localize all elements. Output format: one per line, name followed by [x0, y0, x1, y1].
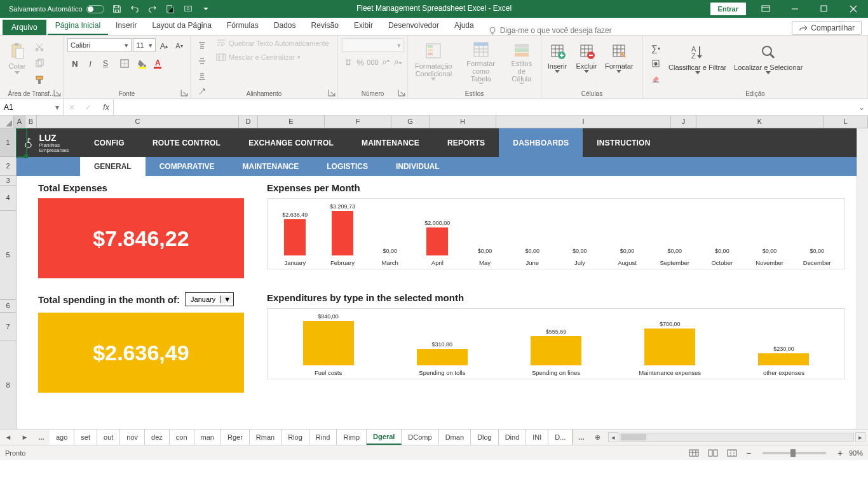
sheet-tab[interactable]: out: [97, 430, 120, 445]
sheet-tab[interactable]: set: [74, 430, 97, 445]
tab-help[interactable]: Ajuda: [447, 17, 482, 35]
delete-cells-button[interactable]: Excluir: [572, 38, 601, 86]
zoom-out-icon[interactable]: −: [743, 448, 754, 458]
nav-item[interactable]: REPORTS: [433, 128, 499, 157]
bold-icon[interactable]: N: [67, 56, 83, 71]
borders-icon[interactable]: [117, 56, 132, 71]
sheet-nav-more-icon[interactable]: ...: [33, 430, 50, 445]
tab-formulas[interactable]: Fórmulas: [219, 17, 266, 35]
accounting-icon[interactable]: [342, 55, 354, 70]
shrink-font-icon[interactable]: A▾: [172, 38, 186, 53]
sheet-tab[interactable]: Dgeral: [367, 430, 402, 445]
percent-icon[interactable]: %: [354, 55, 366, 70]
qat-more-icon[interactable]: [197, 1, 215, 17]
wrap-text-button[interactable]: Quebrar Texto Automaticamente: [216, 38, 329, 48]
column-header[interactable]: F: [325, 116, 391, 128]
column-header[interactable]: D: [239, 116, 258, 128]
dec-dec-icon[interactable]: ,0: [391, 55, 403, 70]
inc-dec-icon[interactable]: ,0: [379, 55, 391, 70]
row-header[interactable]: 1: [0, 128, 16, 157]
row-header[interactable]: 4: [0, 186, 16, 211]
font-name-combo[interactable]: Calibri▾: [67, 38, 132, 52]
align-middle-icon[interactable]: [194, 53, 210, 69]
qat-btn-2[interactable]: [179, 1, 197, 17]
font-size-combo[interactable]: 11▾: [133, 38, 156, 52]
sheet-content[interactable]: LUZPlanilhas Empresariais CONFIGROUTE CO…: [17, 128, 857, 429]
tab-file[interactable]: Arquivo: [3, 20, 46, 35]
column-header[interactable]: K: [696, 116, 824, 128]
row-header[interactable]: 8: [0, 341, 16, 429]
sheet-tab[interactable]: ago: [50, 430, 74, 445]
column-header[interactable]: G: [391, 116, 430, 128]
sheet-tab[interactable]: dez: [145, 430, 170, 445]
column-header[interactable]: L: [824, 116, 868, 128]
sheet-nav-next-icon[interactable]: ►: [17, 430, 33, 445]
zoom-in-icon[interactable]: +: [835, 448, 845, 458]
tab-layout[interactable]: Layout da Página: [144, 17, 219, 35]
column-header[interactable]: E: [258, 116, 325, 128]
subnav-item[interactable]: MAINTENANCE: [229, 157, 313, 176]
column-header[interactable]: A: [14, 116, 25, 128]
find-select-button[interactable]: Localizar e Selecionar: [730, 39, 806, 88]
share-button[interactable]: Compartilhar: [792, 21, 862, 35]
month-select[interactable]: January ▼: [185, 292, 234, 306]
nav-item[interactable]: ROUTE CONTROL: [139, 128, 234, 157]
paste-button[interactable]: Colar: [3, 38, 32, 86]
new-sheet-icon[interactable]: ⊕: [589, 430, 606, 445]
undo-icon[interactable]: [126, 1, 144, 17]
redo-icon[interactable]: [144, 1, 161, 17]
subnav-item[interactable]: COMPARATIVE: [146, 157, 229, 176]
nav-item[interactable]: MAINTENANCE: [348, 128, 433, 157]
tellme-input[interactable]: Diga-me o que você deseja fazer: [488, 26, 612, 35]
row-header[interactable]: 5: [0, 211, 16, 300]
vertical-scrollbar[interactable]: [857, 128, 868, 429]
grow-font-icon[interactable]: A▴: [157, 38, 171, 53]
save-icon[interactable]: [108, 1, 126, 17]
cell-styles-button[interactable]: Estilos de Célula: [503, 38, 539, 86]
sheet-tab[interactable]: D...: [548, 430, 573, 445]
row-header[interactable]: 3: [0, 176, 16, 186]
zoom-level[interactable]: 90%: [849, 449, 863, 457]
row-header[interactable]: 2: [0, 157, 16, 176]
horizontal-scrollbar[interactable]: ◂ ▸: [606, 430, 868, 445]
clear-icon[interactable]: [648, 71, 663, 86]
tab-home[interactable]: Página Inicial: [48, 17, 108, 35]
select-all-corner[interactable]: [0, 116, 14, 128]
nav-item[interactable]: CONFIG: [80, 128, 139, 157]
comma-icon[interactable]: 000: [367, 55, 379, 70]
column-header[interactable]: C: [37, 116, 239, 128]
sheet-tab[interactable]: con: [170, 430, 194, 445]
page-layout-view-icon[interactable]: [705, 447, 721, 459]
signin-button[interactable]: Entrar: [710, 3, 746, 15]
scroll-right-icon[interactable]: ▸: [855, 432, 865, 442]
zoom-slider[interactable]: [763, 452, 826, 454]
accept-formula-icon[interactable]: ✓: [80, 103, 97, 112]
tab-review[interactable]: Revisão: [304, 17, 346, 35]
sheet-nav-prev-icon[interactable]: ◄: [0, 430, 17, 445]
autosave-toggle[interactable]: Salvamento Automático: [5, 5, 108, 13]
italic-icon[interactable]: I: [83, 56, 98, 71]
conditional-formatting-button[interactable]: Formatação Condicional: [409, 38, 458, 86]
column-header[interactable]: H: [430, 116, 496, 128]
fill-color-icon[interactable]: [135, 56, 150, 71]
font-color-icon[interactable]: A: [150, 56, 165, 71]
fx-icon[interactable]: fx: [97, 103, 113, 112]
qat-btn-1[interactable]: [161, 1, 179, 17]
normal-view-icon[interactable]: [686, 447, 702, 459]
cancel-formula-icon[interactable]: ✕: [64, 103, 80, 112]
dialog-launcher-icon[interactable]: [53, 89, 61, 97]
name-box[interactable]: A1▾: [0, 99, 64, 115]
insert-cells-button[interactable]: Inserir: [543, 38, 572, 86]
nav-item[interactable]: INSTRUCTION: [583, 128, 664, 157]
tab-insert[interactable]: Inserir: [108, 17, 144, 35]
scroll-left-icon[interactable]: ◂: [608, 432, 618, 442]
column-header[interactable]: B: [25, 116, 37, 128]
sheet-tab[interactable]: nov: [120, 430, 145, 445]
format-painter-icon[interactable]: [32, 72, 47, 88]
subnav-item[interactable]: INDIVIDUAL: [382, 157, 454, 176]
sort-filter-button[interactable]: AZClassificar e Filtrar: [665, 39, 730, 88]
maximize-icon[interactable]: [810, 0, 839, 18]
subnav-item[interactable]: LOGISTICS: [313, 157, 382, 176]
merge-button[interactable]: Mesclar e Centralizar ▾: [216, 52, 329, 62]
dialog-launcher-icon[interactable]: [398, 89, 405, 97]
